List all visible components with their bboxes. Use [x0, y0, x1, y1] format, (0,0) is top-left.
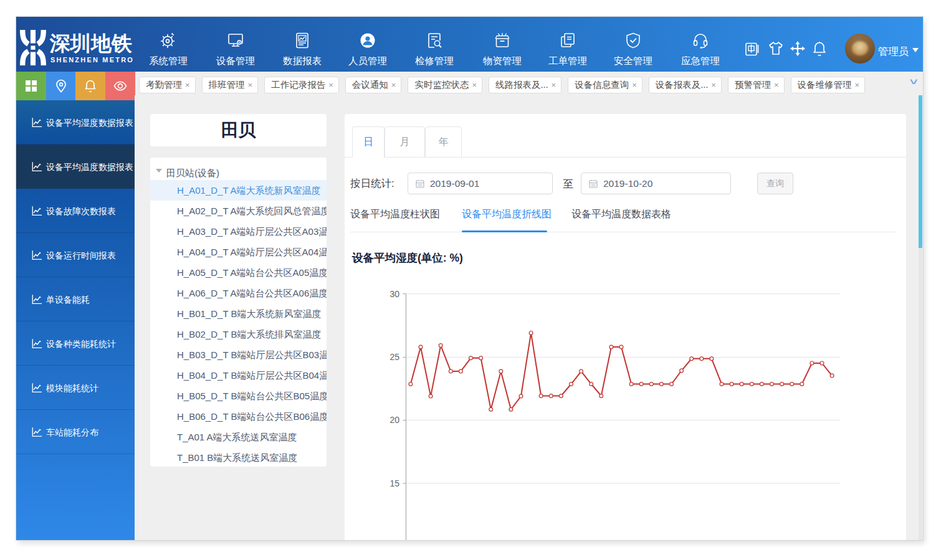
svg-text:30: 30: [389, 289, 399, 299]
svg-text:15: 15: [389, 478, 399, 488]
svg-text:25: 25: [389, 352, 399, 362]
svg-text:20: 20: [389, 415, 399, 425]
